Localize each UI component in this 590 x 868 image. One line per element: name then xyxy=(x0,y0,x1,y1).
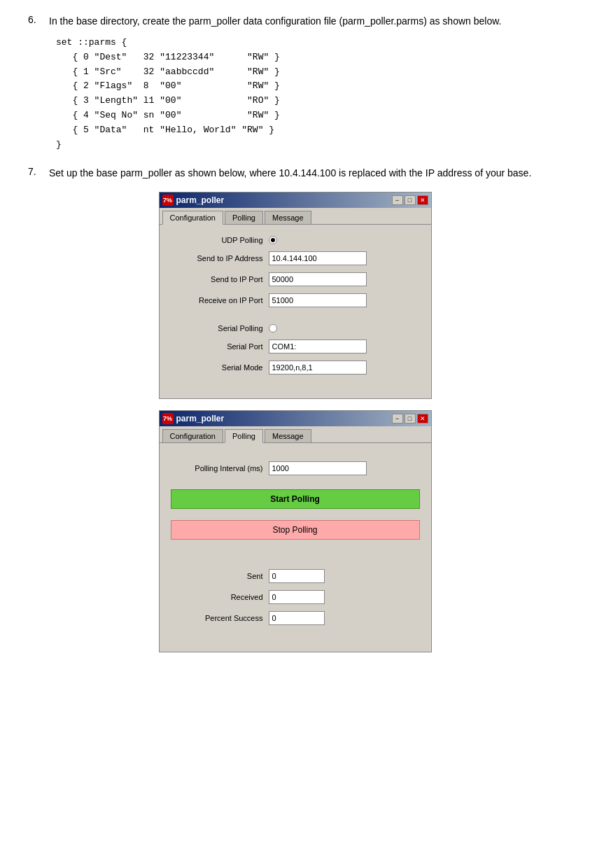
receive-port-label: Receive on IP Port xyxy=(171,296,269,304)
send-port-input[interactable] xyxy=(269,272,367,286)
polling-interval-row: Polling Interval (ms) xyxy=(171,461,420,475)
serial-mode-row: Serial Mode xyxy=(171,360,420,374)
step6-text: In the base directory, create the parm_p… xyxy=(49,14,501,29)
received-input[interactable] xyxy=(269,590,325,604)
window2-tab-polling[interactable]: Polling xyxy=(225,429,263,443)
window1-tab-message[interactable]: Message xyxy=(265,211,311,224)
window1-minimize-button[interactable]: − xyxy=(392,195,403,205)
window1-titlebar-buttons[interactable]: − □ ✕ xyxy=(392,195,428,205)
udp-polling-label: UDP Polling xyxy=(171,236,269,244)
window1-tabs: Configuration Polling Message xyxy=(160,208,431,225)
percent-success-label: Percent Success xyxy=(171,614,269,622)
stop-polling-button[interactable]: Stop Polling xyxy=(171,520,420,540)
serial-port-row: Serial Port xyxy=(171,340,420,354)
polling-interval-label: Polling Interval (ms) xyxy=(171,464,269,472)
serial-mode-input[interactable] xyxy=(269,360,367,374)
start-polling-row: Start Polling xyxy=(171,489,420,513)
window1-tab-configuration[interactable]: Configuration xyxy=(162,211,223,225)
window1-tab-polling[interactable]: Polling xyxy=(225,211,263,224)
start-polling-button[interactable]: Start Polling xyxy=(171,489,420,509)
receive-port-row: Receive on IP Port xyxy=(171,293,420,307)
window2-titlebar-left: 7% parm_poller xyxy=(162,413,225,424)
window2-titlebar-buttons[interactable]: − □ ✕ xyxy=(392,414,428,424)
window1: 7% parm_poller − □ ✕ Configuration Polli… xyxy=(159,192,432,399)
polling-interval-input[interactable] xyxy=(269,461,367,475)
window2-content: Polling Interval (ms) Start Polling Stop… xyxy=(160,443,431,652)
serial-polling-label: Serial Polling xyxy=(171,324,269,332)
step7-container: 7. Set up the base parm_poller as shown … xyxy=(28,166,562,652)
window1-title: parm_poller xyxy=(176,195,225,205)
sent-input[interactable] xyxy=(269,569,325,583)
step7-text: Set up the base parm_poller as shown bel… xyxy=(49,166,531,181)
window2-icon: 7% xyxy=(162,413,174,424)
send-port-row: Send to IP Port xyxy=(171,272,420,286)
sent-label: Sent xyxy=(171,572,269,580)
udp-polling-row: UDP Polling xyxy=(171,236,420,244)
serial-port-label: Serial Port xyxy=(171,342,269,351)
window1-container: 7% parm_poller − □ ✕ Configuration Polli… xyxy=(28,192,562,399)
send-ip-label: Send to IP Address xyxy=(171,254,269,262)
window1-content: UDP Polling Send to IP Address Send to I… xyxy=(160,225,431,398)
receive-port-input[interactable] xyxy=(269,293,367,307)
window1-icon: 7% xyxy=(162,195,174,206)
stop-polling-row: Stop Polling xyxy=(171,520,420,540)
window1-close-button[interactable]: ✕ xyxy=(417,195,428,205)
received-label: Received xyxy=(171,593,269,601)
serial-mode-label: Serial Mode xyxy=(171,363,269,372)
code-block: set ::parms { { 0 "Dest" 32 "11223344" "… xyxy=(56,36,562,152)
udp-polling-radio[interactable] xyxy=(269,236,277,244)
percent-success-input[interactable] xyxy=(269,611,325,625)
send-ip-row: Send to IP Address xyxy=(171,251,420,265)
stats-section: Sent Received Percent Success xyxy=(171,569,420,625)
step7-number: 7. xyxy=(28,166,49,177)
window2-close-button[interactable]: ✕ xyxy=(417,414,428,424)
window1-titlebar: 7% parm_poller − □ ✕ xyxy=(160,192,431,208)
window2-minimize-button[interactable]: − xyxy=(392,414,403,424)
sent-row: Sent xyxy=(171,569,420,583)
window2-tabs: Configuration Polling Message xyxy=(160,426,431,443)
received-row: Received xyxy=(171,590,420,604)
step6-container: 6. In the base directory, create the par… xyxy=(28,14,562,152)
window2-tab-configuration[interactable]: Configuration xyxy=(162,429,223,442)
window2-titlebar: 7% parm_poller − □ ✕ xyxy=(160,411,431,426)
window2: 7% parm_poller − □ ✕ Configuration Polli… xyxy=(159,410,432,652)
send-ip-input[interactable] xyxy=(269,251,367,265)
window2-maximize-button[interactable]: □ xyxy=(405,414,416,424)
window2-tab-message[interactable]: Message xyxy=(265,429,311,442)
window2-title: parm_poller xyxy=(176,414,225,424)
percent-success-row: Percent Success xyxy=(171,611,420,625)
window1-titlebar-left: 7% parm_poller xyxy=(162,195,225,206)
window1-maximize-button[interactable]: □ xyxy=(405,195,416,205)
step6-number: 6. xyxy=(28,14,49,25)
serial-polling-radio[interactable] xyxy=(269,324,277,332)
serial-port-input[interactable] xyxy=(269,340,367,354)
send-port-label: Send to IP Port xyxy=(171,275,269,284)
serial-polling-row: Serial Polling xyxy=(171,324,420,332)
window2-container: 7% parm_poller − □ ✕ Configuration Polli… xyxy=(28,410,562,652)
